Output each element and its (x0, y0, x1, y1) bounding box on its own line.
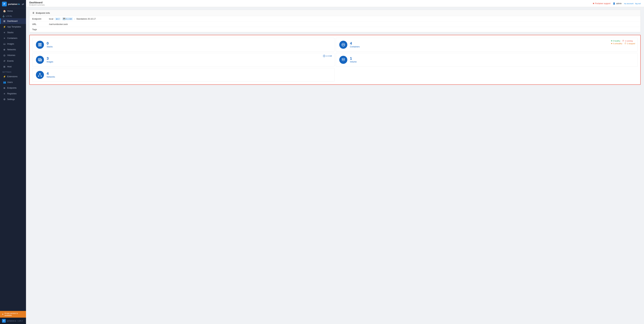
svg-rect-1 (38, 44, 42, 45)
sidebar-item-users[interactable]: 👥 Users (0, 79, 26, 85)
stacks-card-text: 0 Stacks (46, 41, 53, 48)
admin-icon: 👤 (613, 2, 615, 5)
volume-card[interactable]: 1 Volume (336, 53, 638, 67)
endpoints-icon: ⊕ (3, 87, 6, 89)
main-content: Dashboard Endpoint summary ✖ Portainer s… (26, 0, 644, 324)
sidebar-containers-label: Containers (7, 37, 17, 39)
local-group-header: ⚓ LOCAL (0, 14, 26, 18)
url-value: /var/run/docker.sock (49, 23, 68, 25)
endpoint-info-panel-header: 🖥 Endpoint info (30, 10, 640, 16)
page-title-area: Dashboard Endpoint summary (29, 1, 45, 6)
endpoint-label: Endpoint (32, 18, 49, 20)
unhealthy-count: 0 unhealthy (613, 42, 622, 44)
my-account-link[interactable]: my account (624, 2, 634, 4)
sidebar-item-registries[interactable]: ≡ Registries (0, 91, 26, 96)
images-size-icon (323, 55, 325, 57)
update-message-text: A new version is available (4, 312, 24, 316)
portainer-support-link[interactable]: ✖ Portainer support (593, 2, 610, 5)
unhealthy-row: ♥ 0 unhealthy ⏱ 2 stopped (611, 42, 635, 45)
stacks-icon: ≡ (3, 31, 6, 34)
running-icon: ⏱ (622, 40, 624, 42)
svg-point-4 (342, 44, 343, 45)
networks-card-text: 4 Networks (46, 72, 55, 78)
sidebar-item-volumes[interactable]: ◎ Volumes (0, 52, 26, 58)
healthy-row: ♥ 0 healthy ⏱ 1 running (611, 40, 635, 42)
volume-count: 1 (350, 57, 357, 60)
endpoint-cpu-badge: 🖥 2 (55, 17, 60, 20)
sidebar-endpoints-label: Endpoints (7, 87, 16, 89)
sidebar-item-stacks[interactable]: ≡ Stacks (0, 30, 26, 35)
svg-rect-0 (38, 43, 42, 44)
sidebar-item-events[interactable]: ↺ Events (0, 58, 26, 64)
portainer-logo-icon: P (2, 2, 7, 6)
endpoint-panel-icon: 🖥 (32, 11, 34, 14)
svg-rect-2 (38, 45, 42, 46)
dashboard-icon: ⊞ (3, 20, 6, 22)
stopped-count: 2 stopped (627, 42, 635, 44)
sidebar-item-networks[interactable]: ⊕ Networks (0, 47, 26, 52)
standalone-version: Standalone 20.10.17 (76, 18, 96, 20)
sidebar-item-host[interactable]: ⊞ Host (0, 64, 26, 69)
sidebar-stacks-label: Stacks (7, 31, 14, 34)
stacks-card[interactable]: 0 Stacks (32, 38, 334, 52)
containers-icon-circle (339, 41, 347, 49)
version-text: 1.24.2 (18, 320, 23, 322)
endpoint-value: local 🖥 2 💾 4.1 GB - Standalone 20.10.17 (49, 17, 96, 20)
sidebar-item-home[interactable]: 🏠 Home (0, 8, 26, 14)
sidebar-host-label: Host (7, 65, 12, 68)
sidebar-settings-label: Settings (7, 98, 15, 100)
endpoint-info-panel-title: Endpoint info (36, 12, 50, 14)
cpu-icon: 🖥 (56, 18, 58, 20)
page-content: 🖥 Endpoint info Endpoint local 🖥 2 💾 4 (26, 7, 644, 324)
volume-icon-circle (339, 56, 347, 64)
sidebar-logo: P portainer.io ⇄ (0, 0, 26, 8)
sidebar-networks-label: Networks (7, 48, 16, 51)
containers-icon: ≡ (3, 37, 6, 39)
sidebar-item-images[interactable]: 🗂 Images (0, 41, 26, 47)
extensions-icon: ⚡ (3, 75, 6, 78)
containers-status: ♥ 0 healthy ⏱ 1 running ♥ 0 unhealthy ⏱ … (611, 40, 635, 45)
portainer-logo-small: P (2, 319, 6, 323)
networks-card[interactable]: 4 Networks (32, 68, 334, 82)
header-right: ✖ Portainer support 👤 admin my account l… (593, 2, 641, 5)
log-out-link[interactable]: log out (635, 2, 641, 4)
sidebar-item-containers[interactable]: ≡ Containers (0, 35, 26, 41)
containers-card[interactable]: 4 Containers ♥ 0 healthy ⏱ 1 running ♥ 0… (336, 38, 638, 52)
tags-row: Tags (30, 27, 640, 32)
sidebar-extensions-label: Extensions (7, 75, 18, 78)
home-icon: 🏠 (3, 10, 6, 12)
sidebar-item-settings[interactable]: ⚙ Settings (0, 96, 26, 102)
app-templates-icon: ⚡ (3, 25, 6, 28)
sidebar-home-label: Home (7, 10, 13, 12)
page-title: Dashboard (29, 1, 45, 4)
sidebar-item-extensions[interactable]: ⚡ Extensions (0, 74, 26, 79)
sidebar-item-app-templates[interactable]: ⚡ App Templates (0, 24, 26, 30)
admin-menu[interactable]: 👤 admin (613, 2, 622, 5)
sidebar-item-endpoints[interactable]: ⊕ Endpoints (0, 85, 26, 91)
sidebar-item-dashboard[interactable]: ⊞ Dashboard (0, 18, 26, 24)
running-count: 1 running (625, 40, 632, 42)
svg-rect-15 (41, 76, 42, 76)
logo-tld: .io (18, 3, 20, 5)
update-banner[interactable]: ⬆ A new version is available (0, 311, 26, 318)
sidebar-collapse-button[interactable]: ⇄ (22, 2, 24, 6)
images-count: 3 (46, 57, 53, 60)
volume-card-text: 1 Volume (350, 57, 357, 63)
tags-label: Tags (32, 28, 49, 31)
top-header: Dashboard Endpoint summary ✖ Portainer s… (26, 0, 644, 7)
images-card-text: 3 Images (46, 57, 53, 63)
svg-rect-8 (39, 59, 42, 61)
images-card[interactable]: 3 Images 1.5 GB (32, 53, 334, 67)
sidebar-dashboard-label: Dashboard (7, 20, 18, 22)
images-size-badge: 1.5 GB (323, 55, 332, 57)
support-label: Portainer support (595, 2, 610, 5)
ram-value: 4.1 GB (66, 18, 72, 20)
sidebar-events-label: Events (7, 60, 14, 62)
endpoint-standalone: - (74, 18, 75, 20)
endpoint-name: local (49, 18, 53, 20)
events-icon: ↺ (3, 60, 6, 62)
svg-line-11 (324, 56, 325, 56)
images-icon-circle (36, 56, 44, 64)
containers-card-text: 4 Containers (350, 41, 360, 48)
endpoint-info-panel: 🖥 Endpoint info Endpoint local 🖥 2 💾 4 (29, 10, 641, 32)
